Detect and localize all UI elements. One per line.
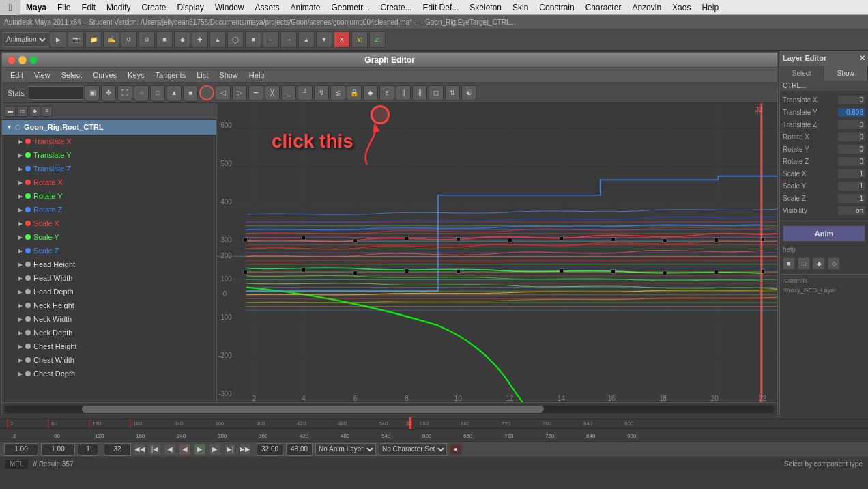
- prev-key-button[interactable]: |◀: [149, 443, 161, 456]
- apple-menu[interactable]: : [0, 0, 20, 15]
- toolbar-btn-9[interactable]: ✚: [192, 31, 208, 48]
- attr-value-vis[interactable]: on: [838, 206, 865, 215]
- menu-maya[interactable]: Maya: [20, 0, 52, 15]
- toolbar-btn-16[interactable]: ▼: [316, 31, 332, 48]
- rp-tab-select[interactable]: Select: [780, 66, 824, 81]
- ge-tool-move[interactable]: ✥: [101, 85, 116, 100]
- cl-btn-expand[interactable]: ▭: [17, 106, 28, 117]
- toolbar-btn-12[interactable]: ■: [245, 31, 261, 48]
- ge-menu-curves[interactable]: Curves: [87, 68, 122, 83]
- menu-window[interactable]: Window: [209, 0, 250, 15]
- ge-tool-buffer[interactable]: ◻: [429, 85, 444, 100]
- ge-tool-free[interactable]: ◆: [363, 85, 378, 100]
- toolbar-btn-7[interactable]: ■: [156, 31, 173, 48]
- ge-tool-euler[interactable]: ε: [379, 85, 394, 100]
- maximize-button[interactable]: [29, 56, 38, 64]
- ge-tool-normalize[interactable]: ∥: [396, 85, 411, 100]
- toolbar-btn-8[interactable]: ◆: [174, 31, 190, 48]
- toolbar-btn-14[interactable]: →: [280, 31, 297, 48]
- curve-item-nw[interactable]: ▶ Neck Width: [2, 312, 216, 326]
- curve-item-tz[interactable]: ▶ Translate Z: [2, 162, 216, 176]
- toolbar-btn-y[interactable]: Y:: [351, 31, 368, 48]
- timeline-ruler[interactable]: 2 60 120 180 240 300 360 420 480 540 600…: [0, 417, 868, 430]
- ge-menu-tangents[interactable]: Tangents: [150, 68, 192, 83]
- ge-tool-denormalize[interactable]: ∦: [412, 85, 427, 100]
- graph-area[interactable]: 600 500 400 300 200 100 0 -100 -200 -300…: [217, 103, 777, 402]
- ge-menu-edit[interactable]: Edit: [5, 68, 29, 83]
- fast-fwd-button[interactable]: ▶▶: [239, 443, 251, 456]
- curve-item-ry[interactable]: ▶ Rotate Y: [2, 189, 216, 203]
- ge-tool-tangent1[interactable]: ◁: [216, 85, 231, 100]
- cl-btn-collapse[interactable]: ▬: [5, 106, 16, 117]
- autokey-button[interactable]: ●: [450, 444, 462, 455]
- curve-item-sz[interactable]: ▶ Scale Z: [2, 244, 216, 257]
- timeline-marks[interactable]: 2 60 120 180 240 300 360 420 480 540 600…: [0, 430, 868, 442]
- curve-item-ch[interactable]: ▶ Chest Height: [2, 339, 216, 353]
- curve-item-sy[interactable]: ▶ Scale Y: [2, 230, 216, 244]
- ge-tool-isolate[interactable]: [199, 85, 214, 100]
- menu-animate[interactable]: Animate: [285, 0, 326, 15]
- ge-tool-region[interactable]: ■: [183, 85, 198, 100]
- next-frame-button[interactable]: ▶: [209, 443, 221, 456]
- toolbar-btn-2[interactable]: 📷: [68, 31, 84, 48]
- root-node[interactable]: ▼ ⬡ Goon_Rig:Root_CTRL: [2, 120, 216, 135]
- minimize-button[interactable]: [18, 56, 27, 64]
- menu-create[interactable]: Create: [136, 0, 171, 15]
- stats-input[interactable]: [29, 86, 83, 100]
- toolbar-btn-4[interactable]: ✍: [103, 31, 119, 48]
- ge-tool-select-region[interactable]: ▣: [85, 85, 100, 100]
- attr-value-rz[interactable]: 0: [838, 157, 865, 166]
- curve-item-rz[interactable]: ▶ Rotate Z: [2, 203, 216, 216]
- rp-close-icon[interactable]: ✕: [859, 54, 865, 63]
- scrollbar-track[interactable]: [5, 406, 775, 413]
- anim-layer-select[interactable]: No Anim Layer: [315, 443, 376, 456]
- ge-menu-view[interactable]: View: [29, 68, 56, 83]
- curve-item-hd[interactable]: ▶ Head Depth: [2, 285, 216, 298]
- rp-icon-2[interactable]: □: [798, 257, 810, 270]
- menu-edit[interactable]: Edit: [76, 0, 101, 15]
- current-frame-input[interactable]: [104, 443, 131, 456]
- curve-item-ty[interactable]: ▶ Translate Y: [2, 148, 216, 162]
- attr-value-sz[interactable]: 1: [838, 194, 865, 203]
- ge-tool-flat[interactable]: ⎯: [281, 85, 296, 100]
- close-button[interactable]: [8, 56, 16, 64]
- toolbar-btn-13[interactable]: ←: [263, 31, 279, 48]
- next-key-button[interactable]: ▶|: [224, 443, 236, 456]
- ge-tool-swap[interactable]: ⇅: [445, 85, 460, 100]
- curve-item-cw[interactable]: ▶ Chest Width: [2, 353, 216, 367]
- menu-assets[interactable]: Assets: [249, 0, 285, 15]
- ge-tool-tangent2[interactable]: ▷: [232, 85, 247, 100]
- prev-frame-button[interactable]: ◀: [164, 443, 176, 456]
- menu-skin[interactable]: Skin: [507, 0, 534, 15]
- menu-geometr[interactable]: Geometr...: [326, 0, 375, 15]
- menu-constrain[interactable]: Constrain: [534, 0, 579, 15]
- rp-icon-1[interactable]: ■: [783, 257, 795, 270]
- start-frame-input[interactable]: [4, 443, 38, 456]
- curve-item-tx[interactable]: ▶ Translate X: [2, 135, 216, 148]
- toolbar-btn-10[interactable]: ▲: [209, 31, 226, 48]
- ge-menu-list[interactable]: List: [191, 68, 214, 83]
- menu-character[interactable]: Character: [580, 0, 627, 15]
- attr-value-rx[interactable]: 0: [838, 132, 865, 141]
- attr-value-ry[interactable]: 0: [838, 145, 865, 154]
- ge-menu-help[interactable]: Help: [244, 68, 270, 83]
- toolbar-btn-1[interactable]: ▶: [50, 31, 66, 48]
- ge-tool-break[interactable]: ⋨: [330, 85, 345, 100]
- menu-display[interactable]: Display: [171, 0, 209, 15]
- scrollbar-thumb[interactable]: [82, 406, 544, 413]
- ge-tool-linear[interactable]: ╳: [265, 85, 280, 100]
- ge-tool-scale[interactable]: ⛶: [117, 85, 132, 100]
- ge-tool-stepped[interactable]: ┘: [298, 85, 313, 100]
- ge-scrollbar[interactable]: [2, 402, 777, 415]
- end-frame-input[interactable]: [41, 443, 75, 456]
- attr-value-sx[interactable]: 1: [838, 169, 865, 178]
- menu-skeleton[interactable]: Skeleton: [464, 0, 507, 15]
- menu-help[interactable]: Help: [696, 0, 724, 15]
- anim-button[interactable]: Anim: [783, 225, 865, 242]
- play-back-button[interactable]: ◀: [179, 443, 191, 456]
- frame-display[interactable]: [78, 443, 98, 456]
- curve-item-hw[interactable]: ▶ Head Width: [2, 271, 216, 285]
- play-button[interactable]: ▶: [194, 443, 206, 456]
- curve-item-sx[interactable]: ▶ Scale X: [2, 216, 216, 230]
- toolbar-btn-11[interactable]: ◯: [227, 31, 244, 48]
